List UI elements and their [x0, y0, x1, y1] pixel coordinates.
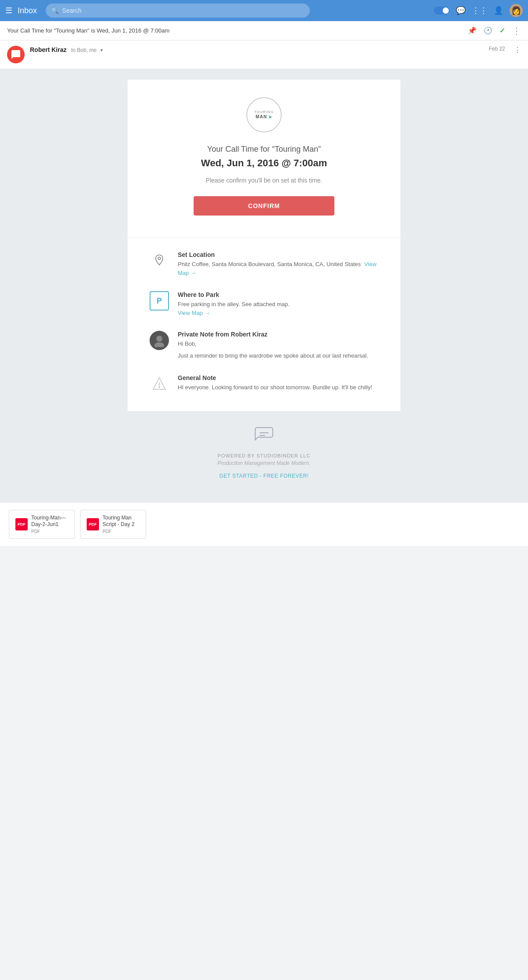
toggle-switch[interactable] — [434, 7, 450, 15]
footer-logo-icon — [136, 424, 392, 449]
private-note-item: Private Note from Robert Kiraz Hi Bob, J… — [150, 331, 378, 360]
location-icon — [150, 251, 169, 271]
expand-icon[interactable]: ▾ — [100, 47, 103, 53]
subject-bar-actions: 📌 🕐 ✓ ⋮ — [468, 26, 521, 36]
inbox-label: Inbox — [18, 6, 37, 15]
menu-icon[interactable]: ☰ — [5, 6, 12, 15]
note-avatar — [150, 331, 169, 350]
email-body: TOURING MAN ➤ Your Call Time for “Tourin… — [0, 69, 528, 502]
attachment-1[interactable]: PDF Touring-Man---Day-2-Jun1 PDF — [9, 510, 75, 539]
grid-icon[interactable]: ⋮⋮ — [472, 6, 488, 15]
general-note-body: HI everyone. Looking forward to our shoo… — [178, 383, 372, 392]
subject-bar: Your Call Time for "Touring Man" is Wed,… — [0, 21, 528, 40]
pin-icon[interactable]: 📌 — [468, 26, 477, 35]
sender-to: to Bob, me — [71, 47, 97, 53]
general-note-item: General Note HI everyone. Looking forwar… — [150, 374, 378, 394]
search-bar[interactable]: 🔍 — [46, 4, 310, 18]
set-location-item: Set Location Philz Coffee, Santa Monica … — [150, 251, 378, 277]
email-more-icon[interactable]: ⋮ — [514, 46, 521, 54]
parking-label: Where to Park — [178, 291, 290, 298]
footer-tagline: Production Management Made Modern. — [136, 460, 392, 466]
email-date: Feb 22 — [489, 46, 505, 52]
private-note-label: Private Note from Robert Kiraz — [178, 331, 368, 338]
private-note-body: Just a reminder to bring the wardrobe we… — [178, 351, 368, 360]
touring-man-logo: TOURING MAN ➤ — [246, 97, 282, 132]
check-icon[interactable]: ✓ — [499, 26, 505, 35]
set-location-label: Set Location — [178, 251, 378, 258]
call-time-title: Your Call Time for “Touring Man” — [150, 145, 378, 154]
private-note-content: Private Note from Robert Kiraz Hi Bob, J… — [178, 331, 368, 360]
attachments-bar: PDF Touring-Man---Day-2-Jun1 PDF PDF Tou… — [0, 502, 528, 546]
logo-arrow-icon: ➤ — [268, 114, 272, 120]
top-navigation: ☰ Inbox 🔍 💬 ⋮⋮ 👤 👩 — [0, 0, 528, 21]
more-icon[interactable]: ⋮ — [512, 26, 521, 36]
parking-icon: P — [150, 291, 169, 311]
call-time-date: Wed, Jun 1, 2016 @ 7:00am — [150, 157, 378, 169]
attachment-1-name: Touring-Man---Day-2-Jun1 — [31, 515, 66, 528]
card-details: Set Location Philz Coffee, Santa Monica … — [128, 238, 400, 411]
attachment-2[interactable]: PDF Touring ManScript - Day 2 PDF — [80, 510, 146, 539]
attachment-2-type: PDF — [103, 529, 135, 534]
account-icon[interactable]: 👤 — [494, 6, 503, 15]
sender-avatar — [7, 46, 25, 63]
parking-item: P Where to Park Free parking in the alle… — [150, 291, 378, 317]
parking-map-link[interactable]: View Map → — [178, 310, 210, 316]
svg-point-2 — [154, 342, 164, 347]
general-note-label: General Note — [178, 374, 372, 381]
nav-right-icons: 💬 ⋮⋮ 👤 👩 — [434, 4, 523, 17]
logo-top-text: TOURING — [254, 110, 274, 114]
set-location-address: Philz Coffee, Santa Monica Boulevard, Sa… — [178, 260, 378, 277]
footer-cta-link[interactable]: GET STARTED - FREE FOREVER! — [219, 473, 309, 479]
card-main: TOURING MAN ➤ Your Call Time for “Tourin… — [128, 80, 400, 238]
avatar[interactable]: 👩 — [510, 4, 523, 17]
sender-name: Robert Kiraz — [30, 46, 66, 53]
attachment-1-type: PDF — [31, 529, 66, 534]
general-note-icon — [150, 374, 169, 394]
chat-icon[interactable]: 💬 — [456, 6, 466, 15]
sender-info: Robert Kiraz to Bob, me ▾ — [30, 46, 484, 54]
attachment-2-name: Touring ManScript - Day 2 — [103, 515, 135, 528]
card-footer: POWERED BY STUDIOBINDER LLC Production M… — [128, 411, 400, 492]
svg-point-5 — [159, 387, 160, 388]
parking-content: Where to Park Free parking in the alley.… — [178, 291, 290, 317]
call-time-subtitle: Please confirm you'll be on set at this … — [150, 177, 378, 184]
private-note-greeting: Hi Bob, — [178, 340, 368, 348]
footer-powered-text: POWERED BY STUDIOBINDER LLC — [136, 453, 392, 458]
svg-point-1 — [156, 336, 162, 342]
parking-text: Free parking in the alley. See attached … — [178, 300, 290, 309]
general-note-content: General Note HI everyone. Looking forwar… — [178, 374, 372, 392]
svg-point-0 — [158, 257, 161, 260]
logo-main-text: MAN — [256, 114, 267, 119]
pdf-icon-1: PDF — [15, 518, 28, 530]
search-icon: 🔍 — [51, 7, 59, 14]
email-header: Robert Kiraz to Bob, me ▾ Feb 22 ⋮ — [0, 40, 528, 69]
confirm-button[interactable]: CONFIRM — [194, 196, 334, 216]
set-location-content: Set Location Philz Coffee, Santa Monica … — [178, 251, 378, 277]
subject-text: Your Call Time for "Touring Man" is Wed,… — [7, 27, 169, 34]
clock-icon[interactable]: 🕐 — [484, 26, 492, 35]
pdf-icon-2: PDF — [87, 518, 99, 530]
email-card: TOURING MAN ➤ Your Call Time for “Tourin… — [128, 80, 400, 492]
search-input[interactable] — [62, 7, 304, 14]
